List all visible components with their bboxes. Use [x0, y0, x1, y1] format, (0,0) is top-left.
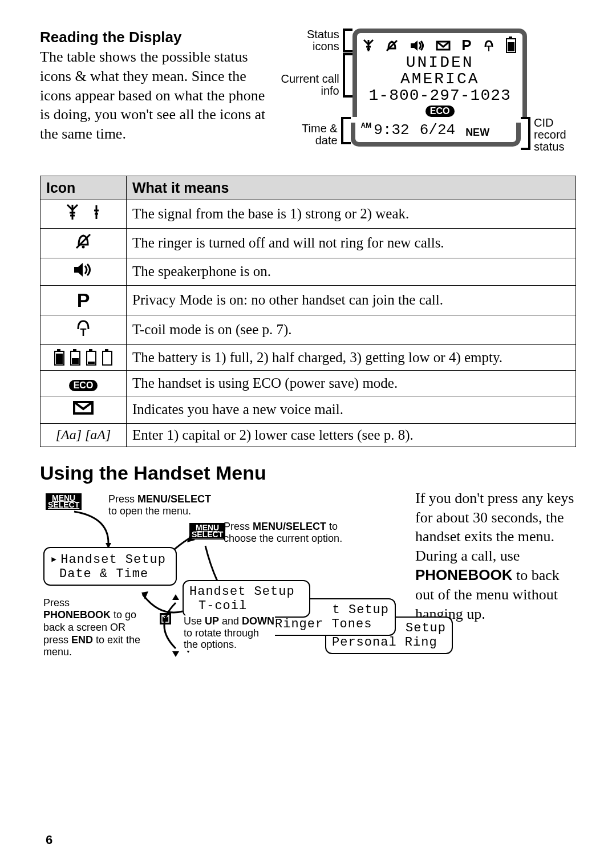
meaning: T-coil mode is on (see p. 7).: [127, 315, 576, 344]
reading-display-text: The table shows the possible status icon…: [40, 47, 266, 144]
col-meaning: What it means: [127, 176, 576, 200]
table-row: The speakerphone is on.: [40, 258, 576, 285]
svg-text:T: T: [486, 44, 491, 52]
table-row: P Privacy Mode is on: no other handset c…: [40, 285, 576, 315]
reading-display-heading: Reading the Display: [40, 29, 266, 46]
menu-screen-1: Handset Setup Date & Time: [43, 547, 177, 586]
speakerphone-icon: [410, 38, 424, 53]
label-current-call: Current call info: [279, 73, 339, 97]
menu-select-button: MENU SELECT: [46, 493, 82, 510]
svg-marker-4: [411, 40, 418, 51]
time: 9:32: [374, 121, 409, 139]
svg-point-13: [82, 245, 85, 248]
signal-icon: [363, 38, 374, 53]
table-row: ECO The handset is using ECO (power save…: [40, 370, 576, 396]
meaning: The speakerphone is on.: [127, 258, 576, 285]
ampm: AM: [361, 121, 372, 129]
meaning: The ringer is turned off and will not ri…: [127, 228, 576, 258]
caption-back: Press PHONEBOOK to go back a screen OR p…: [43, 597, 146, 659]
svg-marker-24: [172, 651, 179, 657]
table-row: [Aa] [aA] Enter 1) capital or 2) lower c…: [40, 423, 576, 447]
page-number: 6: [46, 833, 52, 847]
caption-updown: Use UP and DOWN to rotate through the op…: [184, 615, 275, 651]
svg-marker-15: [74, 263, 83, 277]
signal-icon: [40, 200, 127, 228]
meaning: The handset is using ECO (power save) mo…: [127, 370, 576, 396]
menu-paragraph: If you don't press any keys for about 30…: [415, 489, 576, 624]
meaning: Indicates you have a new voice mail.: [127, 396, 576, 423]
display-diagram: Status icons P T Current: [279, 29, 576, 153]
new-indicator: NEW: [465, 127, 489, 139]
label-cid: CID record status: [534, 117, 576, 153]
svg-marker-23: [172, 594, 179, 600]
meaning: Enter 1) capital or 2) lower case letter…: [127, 423, 576, 447]
voicemail-icon: [436, 38, 451, 53]
table-row: T T-coil mode is on (see p. 7).: [40, 315, 576, 344]
eco-icon: ECO: [40, 370, 127, 396]
table-row: The ringer is turned off and will not ri…: [40, 228, 576, 258]
menu-diagram: MENU SELECT Press MENU/SELECT to open th…: [40, 489, 405, 683]
date: 6/24: [420, 121, 455, 139]
caption-choose-option: Press MENU/SELECT to choose the current …: [224, 521, 366, 544]
privacy-icon: P: [461, 38, 471, 53]
meaning: Privacy Mode is on: no other handset can…: [127, 285, 576, 315]
eco-badge: ECO: [425, 106, 455, 117]
menu-screen-2: Handset Setup T-coil: [183, 580, 310, 618]
meaning: The signal from the base is 1) strong or…: [127, 200, 576, 228]
ringer-off-icon: [40, 228, 127, 258]
menu-select-button: MENU SELECT: [189, 523, 225, 540]
case-icon: [Aa] [aA]: [40, 423, 127, 447]
voicemail-icon: [40, 396, 127, 423]
tcoil-icon: T: [483, 38, 495, 53]
table-row: The battery is 1) full, 2) half charged,…: [40, 344, 576, 370]
table-row: Indicates you have a new voice mail.: [40, 396, 576, 423]
svg-text:T: T: [80, 327, 87, 337]
battery-icon: [40, 344, 127, 370]
meaning: The battery is 1) full, 2) half charged,…: [127, 344, 576, 370]
label-status-icons: Status icons: [279, 29, 339, 52]
speakerphone-icon: [40, 258, 127, 285]
caller-number: 1-800-297-1023: [363, 87, 517, 104]
caller-name: UNIDEN AMERICA: [363, 54, 517, 88]
col-icon: Icon: [40, 176, 127, 200]
table-row: The signal from the base is 1) strong or…: [40, 200, 576, 228]
caption-open-menu: Press MENU/SELECT to open the menu.: [108, 493, 222, 517]
using-handset-menu-heading: Using the Handset Menu: [40, 462, 576, 484]
icon-meaning-table: Icon What it means The signal from the b…: [40, 176, 576, 447]
privacy-icon: P: [40, 285, 127, 315]
battery-icon: [505, 38, 517, 53]
tcoil-icon: T: [40, 315, 127, 344]
ringer-off-icon: [386, 38, 398, 53]
label-time-date: Time & date: [279, 123, 338, 147]
